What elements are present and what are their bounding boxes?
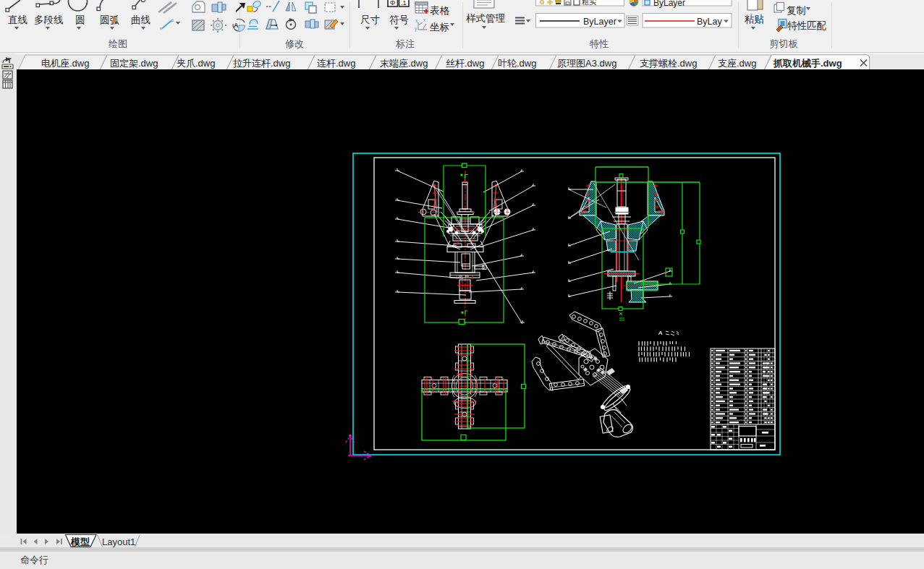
svg-text:ByLayer: ByLayer bbox=[583, 17, 616, 27]
svg-text:ByLay: ByLay bbox=[697, 17, 722, 27]
svg-text:粗实: 粗实 bbox=[582, 0, 597, 6]
svg-text:Φ: Φ bbox=[390, 0, 395, 7]
svg-text:x: x bbox=[415, 18, 418, 23]
svg-text:y: y bbox=[415, 26, 418, 32]
svg-text:.1: .1 bbox=[401, 0, 407, 7]
svg-text:x: x bbox=[423, 17, 426, 22]
svg-text:A: A bbox=[234, 22, 239, 29]
svg-text:ByLayer: ByLayer bbox=[653, 0, 685, 8]
